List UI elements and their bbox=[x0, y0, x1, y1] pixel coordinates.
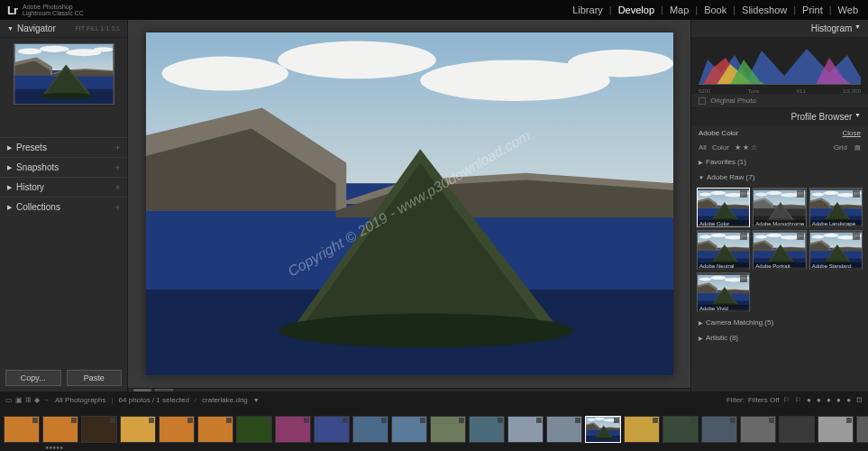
photo-count: 64 photos / 1 selected bbox=[119, 396, 189, 404]
filter-lock-icon[interactable]: ⊡ bbox=[856, 396, 863, 404]
filmstrip-thumb[interactable] bbox=[159, 416, 195, 443]
svg-point-15 bbox=[161, 57, 288, 91]
badge-icon bbox=[575, 418, 580, 423]
adobe-raw-section[interactable]: ▼Adobe Raw (7) bbox=[691, 170, 868, 185]
filmstrip-thumb[interactable] bbox=[740, 416, 776, 443]
panel-collections[interactable]: ▶Collections+ bbox=[0, 197, 127, 216]
filter-all[interactable]: All bbox=[699, 143, 707, 152]
filmstrip-thumb[interactable] bbox=[81, 416, 117, 443]
grid-view-button[interactable]: Grid bbox=[834, 143, 847, 152]
filmstrip-header: ▭ ▣ ⊞ ◆ → All Photographs | 64 photos / … bbox=[0, 391, 868, 408]
module-book[interactable]: Book bbox=[701, 5, 729, 15]
filmstrip-thumb[interactable] bbox=[197, 416, 233, 443]
filmstrip-thumb[interactable] bbox=[701, 416, 737, 443]
badge-icon bbox=[730, 418, 736, 423]
grid-icon[interactable]: ⊞ bbox=[25, 396, 32, 404]
second-window-icon[interactable]: ▣ bbox=[15, 396, 23, 404]
add-icon[interactable]: + bbox=[115, 163, 120, 172]
filmstrip-thumb[interactable] bbox=[507, 416, 544, 443]
filmstrip-thumb[interactable] bbox=[469, 416, 505, 443]
histogram[interactable]: 5200Tonef/111/2,000 bbox=[691, 38, 868, 94]
histogram-header[interactable]: Histogram ▼ bbox=[691, 20, 868, 38]
star-badge-icon bbox=[797, 190, 804, 198]
badge-icon bbox=[536, 418, 542, 423]
profile-thumb-adobe-color[interactable]: Adobe Color bbox=[697, 188, 750, 227]
filter-color[interactable]: Color bbox=[712, 143, 729, 152]
panel-snapshots[interactable]: ▶Snapshots+ bbox=[0, 157, 127, 177]
badge-icon bbox=[71, 418, 77, 423]
filmstrip-thumb[interactable] bbox=[430, 416, 466, 443]
filters-off[interactable]: Filters Off bbox=[748, 396, 780, 404]
filter-label: Filter: bbox=[726, 396, 745, 404]
badge-icon bbox=[32, 418, 38, 423]
profile-thumb-adobe-landscape[interactable]: Adobe Landscape bbox=[809, 188, 863, 227]
module-print[interactable]: Print bbox=[799, 5, 826, 15]
filmstrip-thumb[interactable] bbox=[120, 416, 156, 443]
badge-icon bbox=[498, 418, 503, 423]
profile-thumb-adobe-neutral[interactable]: Adobe Neutral bbox=[697, 230, 750, 270]
photo-canvas[interactable]: Copyright © 2019 - www.p30download.com bbox=[128, 20, 690, 388]
filmstrip-thumb[interactable] bbox=[236, 416, 272, 443]
panel-history[interactable]: ▶History× bbox=[0, 177, 127, 197]
filter-flags[interactable]: ⚐ ⚐ ● ● ● ● ● bbox=[783, 396, 854, 404]
badge-icon bbox=[110, 418, 115, 423]
close-browser-link[interactable]: Close bbox=[843, 129, 861, 137]
filmstrip-thumb[interactable] bbox=[275, 416, 311, 443]
module-web[interactable]: Web bbox=[836, 5, 861, 15]
module-map[interactable]: Map bbox=[667, 5, 691, 15]
artistic-section[interactable]: ▶Artistic (8) bbox=[691, 330, 868, 345]
panel-presets[interactable]: ▶Presets+ bbox=[0, 137, 127, 157]
forward-icon[interactable]: → bbox=[42, 396, 50, 404]
svg-point-133 bbox=[587, 419, 595, 421]
svg-point-16 bbox=[278, 41, 436, 79]
filmstrip-thumb[interactable]: ★★★★★ bbox=[42, 416, 78, 443]
source-label[interactable]: All Photographs bbox=[55, 396, 105, 404]
filmstrip-thumb[interactable] bbox=[856, 416, 868, 443]
filmstrip-thumb[interactable] bbox=[391, 416, 427, 443]
star-badge-icon bbox=[853, 190, 860, 198]
add-icon[interactable]: + bbox=[115, 203, 120, 212]
profile-thumb-adobe-vivid[interactable]: Adobe Vivid bbox=[697, 272, 750, 312]
filmstrip-thumb[interactable] bbox=[624, 416, 660, 443]
navigator-preview[interactable] bbox=[14, 43, 114, 105]
filmstrip-thumb[interactable] bbox=[818, 416, 854, 443]
svg-point-49 bbox=[755, 193, 768, 197]
module-slideshow[interactable]: Slideshow bbox=[739, 5, 790, 15]
camera-matching-section[interactable]: ▶Camera Matching (5) bbox=[691, 315, 868, 330]
favorites-section[interactable]: ▶Favorites (1) bbox=[691, 154, 868, 170]
filmstrip-thumb[interactable] bbox=[546, 416, 582, 443]
badge-icon bbox=[226, 418, 232, 423]
filmstrip-thumb[interactable] bbox=[585, 416, 621, 443]
profile-browser-header[interactable]: Profile Browser ▼ bbox=[691, 108, 868, 125]
filmstrip-thumb[interactable] bbox=[779, 416, 815, 443]
profile-thumb-adobe-portrait[interactable]: Adobe Portrait bbox=[753, 230, 806, 270]
titlebar: Lr Adobe PhotoshopLightroom Classic CC L… bbox=[0, 0, 868, 20]
filmstrip-thumb[interactable] bbox=[352, 416, 388, 443]
module-library[interactable]: Library bbox=[570, 5, 606, 15]
svg-point-92 bbox=[767, 234, 782, 237]
filmstrip-thumb[interactable] bbox=[4, 416, 40, 443]
add-icon[interactable]: + bbox=[115, 143, 120, 152]
app-logo: Lr bbox=[7, 4, 17, 17]
svg-point-36 bbox=[710, 191, 726, 195]
profile-thumb-adobe-standard[interactable]: Adobe Standard bbox=[809, 230, 863, 270]
profile-thumb-adobe-monochrome[interactable]: Adobe Monochrome bbox=[753, 188, 806, 227]
svg-point-91 bbox=[755, 235, 768, 239]
copy-button[interactable]: Copy... bbox=[5, 370, 61, 386]
paste-button[interactable]: Paste bbox=[67, 370, 123, 386]
add-icon[interactable]: × bbox=[115, 183, 120, 192]
original-photo-toggle[interactable]: Original Photo bbox=[691, 94, 868, 108]
badge-icon bbox=[614, 418, 619, 423]
module-develop[interactable]: Develop bbox=[616, 5, 657, 15]
filmstrip-thumb[interactable] bbox=[314, 416, 350, 443]
back-icon[interactable]: ◆ bbox=[34, 396, 40, 404]
navigator-zoom-options[interactable]: FIT FILL 1:1 3:1 bbox=[76, 25, 120, 32]
svg-point-1 bbox=[17, 49, 41, 55]
svg-point-145 bbox=[595, 437, 614, 440]
filmstrip[interactable]: ★★★★★ bbox=[0, 408, 868, 451]
filter-rating[interactable]: ★ ★ ☆ bbox=[735, 143, 757, 152]
svg-point-63 bbox=[811, 193, 824, 197]
navigator-header[interactable]: ▼ Navigator FIT FILL 1:1 3:1 bbox=[0, 20, 127, 38]
filmstrip-thumb[interactable] bbox=[662, 416, 699, 443]
main-window-icon[interactable]: ▭ bbox=[5, 396, 13, 404]
